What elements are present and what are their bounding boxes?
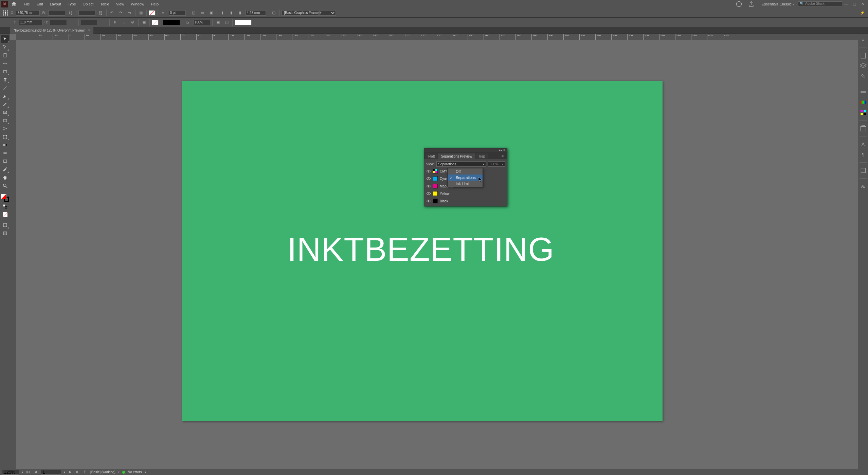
h-field[interactable] bbox=[50, 20, 67, 25]
tab-trap[interactable]: Trap bbox=[475, 153, 488, 159]
ink-limit-pct[interactable]: 300%▾ bbox=[488, 161, 505, 167]
panel-close-icon[interactable]: × bbox=[503, 149, 506, 151]
zoom-field[interactable] bbox=[2, 470, 19, 475]
workspace-switcher[interactable]: Essentials Classic ▾ bbox=[757, 2, 798, 6]
pages-panel-icon[interactable] bbox=[860, 52, 867, 59]
view-mode-normal[interactable] bbox=[1, 221, 9, 229]
constrain-scale-icon[interactable]: ⛓ bbox=[97, 10, 104, 16]
separations-panel[interactable]: ▸▸ × Flatt Separations Preview Trap ≡ Vi… bbox=[424, 148, 507, 206]
w-field[interactable] bbox=[48, 10, 65, 16]
app-logo[interactable]: Id bbox=[1, 1, 8, 7]
layers-panel-icon[interactable] bbox=[860, 62, 867, 70]
text-wrap-none-icon[interactable]: ▭ bbox=[199, 10, 206, 16]
character-panel-icon[interactable]: A bbox=[860, 141, 867, 148]
menu-object[interactable]: Object bbox=[79, 2, 97, 6]
frame-fit-icon[interactable]: ▢ bbox=[270, 10, 277, 16]
stroke-weight-field[interactable] bbox=[169, 10, 186, 16]
line-tool[interactable] bbox=[1, 84, 9, 92]
opacity-field[interactable] bbox=[193, 20, 210, 25]
home-icon[interactable] bbox=[11, 1, 17, 7]
align-right-icon[interactable]: ▮ bbox=[237, 10, 243, 16]
first-page-icon[interactable]: ⏮ bbox=[26, 470, 31, 475]
type-tool[interactable] bbox=[1, 76, 9, 84]
visibility-icon[interactable] bbox=[426, 191, 431, 196]
canvas[interactable]: INKTBEZETTING ▸▸ × Flatt Separations Pre… bbox=[16, 40, 858, 469]
minimize-icon[interactable]: — bbox=[844, 1, 849, 7]
zoom-tool[interactable] bbox=[1, 182, 9, 189]
dropdown-separations[interactable]: ✓Separations bbox=[448, 175, 483, 181]
shear-icon[interactable]: ▱ bbox=[121, 19, 127, 26]
stroke-style-swatch[interactable] bbox=[163, 20, 180, 25]
stroke-align-icon[interactable]: ▦ bbox=[138, 10, 144, 16]
note-tool[interactable] bbox=[1, 158, 9, 165]
drop-shadow-swatch[interactable] bbox=[235, 20, 252, 25]
glyphs-panel-icon[interactable]: Æ bbox=[860, 183, 867, 190]
effects-icon[interactable]: fx bbox=[184, 19, 191, 26]
fill-swatch[interactable] bbox=[149, 10, 156, 16]
visibility-icon[interactable] bbox=[426, 169, 431, 173]
visibility-icon[interactable] bbox=[426, 184, 431, 188]
ink-row[interactable]: Black bbox=[424, 197, 507, 205]
gap-tool[interactable] bbox=[1, 60, 9, 67]
corner-options-icon[interactable]: ◲ bbox=[190, 10, 197, 16]
page-field[interactable] bbox=[41, 470, 61, 475]
paragraph-panel-icon[interactable]: ¶ bbox=[860, 151, 867, 158]
fit-content-icon[interactable]: ▣ bbox=[215, 19, 221, 26]
page-tool[interactable] bbox=[1, 52, 9, 59]
gradient-feather-tool[interactable] bbox=[1, 149, 9, 157]
swatches-panel-icon[interactable] bbox=[860, 109, 867, 116]
x-field[interactable] bbox=[16, 10, 40, 16]
visibility-icon[interactable] bbox=[426, 176, 431, 181]
properties-panel-icon[interactable]: ≡ bbox=[860, 36, 867, 43]
rotate-90-cw-icon[interactable]: ↷ bbox=[117, 10, 124, 16]
menu-table[interactable]: Table bbox=[97, 2, 112, 6]
menu-edit[interactable]: Edit bbox=[33, 2, 47, 6]
panel-collapse-icon[interactable]: ▸▸ bbox=[499, 149, 502, 151]
visibility-icon[interactable] bbox=[426, 199, 431, 203]
align-center-icon[interactable]: ▮ bbox=[228, 10, 235, 16]
menu-layout[interactable]: Layout bbox=[47, 2, 65, 6]
default-fill-stroke[interactable] bbox=[1, 203, 9, 210]
stock-search[interactable]: 🔍Adobe Stock bbox=[798, 1, 842, 7]
selection-tool[interactable] bbox=[1, 35, 9, 43]
rectangle-tool[interactable] bbox=[1, 117, 9, 124]
cc-libraries-icon[interactable] bbox=[860, 125, 867, 132]
stroke-panel-icon[interactable] bbox=[860, 88, 867, 96]
eyedropper-tool[interactable] bbox=[1, 166, 9, 173]
prev-page-icon[interactable]: ◀ bbox=[33, 470, 38, 475]
text-wrap-bbox-icon[interactable]: ▣ bbox=[208, 10, 215, 16]
flip-h-icon[interactable]: ⇋ bbox=[126, 10, 133, 16]
reference-point[interactable] bbox=[2, 10, 9, 16]
close-tab-icon[interactable]: × bbox=[88, 29, 90, 32]
y-field[interactable] bbox=[19, 20, 42, 25]
object-styles-icon[interactable] bbox=[860, 167, 867, 174]
gap-field[interactable] bbox=[246, 10, 266, 16]
clear-transform-icon[interactable]: ⊘ bbox=[129, 19, 136, 26]
constrain-icon[interactable]: ⛓ bbox=[67, 10, 74, 16]
scale-y-field[interactable] bbox=[81, 20, 98, 25]
view-select[interactable]: Separations▾ bbox=[436, 161, 486, 167]
flip-v-icon[interactable]: ⥮ bbox=[112, 19, 119, 26]
next-page-icon[interactable]: ▶ bbox=[68, 470, 73, 475]
rotate-90-ccw-icon[interactable]: ↶ bbox=[109, 10, 115, 16]
fit-frame-icon[interactable]: ▢ bbox=[223, 19, 230, 26]
dropdown-ink-limit[interactable]: Ink Limit bbox=[448, 181, 483, 187]
stroke-weight-stepper[interactable]: ≡ bbox=[160, 10, 167, 16]
dropdown-off[interactable]: Off bbox=[448, 168, 483, 175]
select-container-icon[interactable]: ▣ bbox=[141, 19, 147, 26]
tab-flattener[interactable]: Flatt bbox=[426, 153, 437, 159]
menu-window[interactable]: Window bbox=[127, 2, 147, 6]
page[interactable]: INKTBEZETTING bbox=[182, 81, 663, 421]
fill-stroke-swap[interactable] bbox=[1, 194, 9, 202]
screen-mode-icon[interactable]: ⚡ bbox=[859, 10, 866, 16]
tab-separations[interactable]: Separations Preview bbox=[438, 153, 475, 159]
panel-menu-icon[interactable]: ≡ bbox=[500, 153, 506, 159]
content-collector-tool[interactable] bbox=[1, 68, 9, 75]
menu-help[interactable]: Help bbox=[147, 2, 162, 6]
hand-tool[interactable] bbox=[1, 174, 9, 181]
direct-selection-tool[interactable] bbox=[1, 43, 9, 51]
pen-tool[interactable] bbox=[1, 92, 9, 100]
scale-x-field[interactable] bbox=[78, 10, 95, 16]
view-mode-preview[interactable] bbox=[1, 230, 9, 237]
ink-row[interactable]: Yellow bbox=[424, 190, 507, 197]
